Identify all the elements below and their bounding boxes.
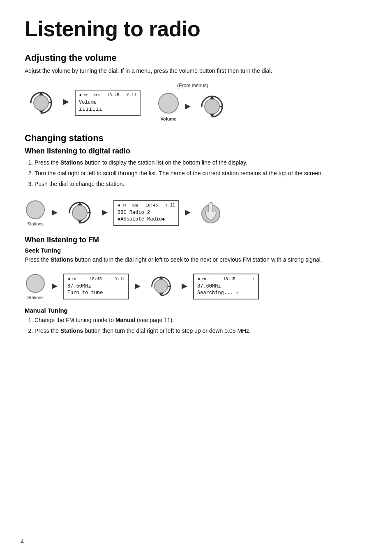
svg-point-4 — [159, 93, 178, 113]
volume-button-icon — [157, 92, 180, 115]
arrow-right-3 — [50, 208, 59, 217]
digital-step-1: Press the Stations button to display the… — [35, 158, 367, 168]
arrow-right-2 — [183, 102, 192, 111]
subsection-digital-radio: When listening to digital radio Press th… — [25, 147, 367, 229]
stations-button-item-digital: Stations — [25, 199, 46, 226]
heading-adjusting-volume: Adjusting the volume — [25, 53, 367, 63]
section-changing-stations: Changing stations When listening to digi… — [25, 133, 367, 336]
svg-marker-19 — [135, 283, 141, 289]
push-dial-icon — [196, 198, 225, 227]
svg-point-22 — [154, 280, 168, 293]
heading-seek-tuning: Seek Tuning — [25, 247, 367, 254]
stations-label-fm: Stations — [27, 295, 44, 300]
arrow-right-6 — [50, 282, 59, 291]
page-title: Listening to radio — [25, 16, 367, 41]
digital-step-2: Turn the dial right or left to scroll th… — [35, 169, 367, 179]
fm-screen2-time: 18:45 — [223, 276, 235, 282]
subsection-manual-tuning: Manual Tuning Change the FM tuning mode … — [25, 307, 367, 336]
arrow-right-5 — [183, 208, 192, 217]
body-adjusting-volume: Adjust the volume by turning the dial. I… — [25, 67, 367, 75]
digital-steps-list: Press the Stations button to display the… — [35, 158, 367, 189]
fm-screen2: ◄ FM 18:45 ↑ 87.60MHz Searching... › — [193, 274, 259, 300]
rotating-dial-icon-3 — [63, 196, 96, 229]
rotating-dial-icon-2 — [196, 90, 228, 123]
fm-screen2-line1: 87.60MHz — [197, 283, 255, 290]
stations-button-icon-digital — [25, 199, 46, 220]
screen-line2: iiiiiii — [79, 106, 136, 113]
svg-point-13 — [72, 205, 87, 220]
stations-label-digital: Stations — [27, 221, 44, 226]
fm-screen2-top-left: ◄ FM — [197, 276, 206, 282]
subsection-seek-tuning: Seek Tuning Press the Stations button an… — [25, 247, 367, 301]
svg-marker-5 — [185, 104, 191, 109]
screen-line1: Volume — [79, 99, 136, 106]
bbc-radio-screen: ◄ ST DAB 18:45 Y.ll BBC Radio 2 ◆Absolut… — [113, 200, 179, 226]
screen-top-left: ◄ ST DAB — [79, 93, 99, 98]
screen-top-left-2: ◄ ST DAB — [118, 203, 138, 209]
stations-button-icon-fm — [25, 273, 46, 294]
manual-step-2: Press the Stations button then turn the … — [35, 326, 367, 336]
screen-time: 18:45 — [107, 93, 119, 98]
svg-marker-14 — [102, 210, 108, 216]
fm-screen2-line2: Searching... › — [197, 290, 255, 297]
arrow-right-1 — [62, 97, 71, 108]
fm-screen1: ◄ FM 18:45 Y.ll 87.50MHz Turn to tune — [63, 274, 129, 300]
fm-screen1-line2: Turn to tune — [67, 290, 125, 297]
heading-digital-radio: When listening to digital radio — [25, 147, 367, 155]
volume-screen: ◄ ST DAB 18:45 Y.ll Volume iiiiiii — [75, 90, 141, 116]
svg-point-17 — [26, 274, 44, 292]
heading-changing-stations: Changing stations — [25, 133, 367, 144]
stations-button-item-fm: Stations — [25, 273, 46, 300]
svg-marker-23 — [182, 283, 187, 289]
dial-rotate-item — [25, 86, 58, 119]
fm-screen1-top-left: ◄ FM — [67, 276, 76, 282]
manual-steps-list: Change the FM tuning mode to Manual (see… — [35, 316, 367, 336]
digital-step-3: Push the dial to change the station. — [35, 179, 367, 189]
fm-screen1-time: 18:45 — [90, 276, 102, 282]
volume-button-label: Volume — [161, 116, 177, 121]
rotating-dial-icon — [25, 86, 58, 119]
page-number: 4 — [21, 538, 24, 545]
svg-point-8 — [205, 99, 219, 114]
from-menus-label: (From menus) — [177, 83, 208, 88]
screen-bbc-line2: ◆Absolute Radio◆ — [118, 216, 175, 223]
heading-fm: When listening to FM — [25, 236, 367, 244]
arrow-right-8 — [180, 282, 189, 291]
svg-marker-18 — [52, 283, 58, 289]
screen-signal: Y.ll — [127, 93, 136, 98]
svg-marker-10 — [52, 210, 58, 216]
arrow-right-7 — [133, 282, 142, 291]
rotating-dial-icon-4 — [146, 272, 176, 301]
svg-marker-3 — [63, 99, 69, 105]
svg-marker-15 — [185, 210, 191, 216]
fm-screen1-signal: Y.ll — [115, 276, 125, 282]
svg-point-9 — [26, 201, 44, 219]
manual-step-1: Change the FM tuning mode to Manual (see… — [35, 316, 367, 325]
section-adjusting-volume: Adjusting the volume Adjust the volume b… — [25, 53, 367, 123]
volume-diagram-row: ◄ ST DAB 18:45 Y.ll Volume iiiiiii (From… — [25, 83, 367, 123]
screen-bbc-line1: BBC Radio 2 — [118, 209, 175, 216]
svg-point-2 — [34, 95, 48, 110]
heading-manual-tuning: Manual Tuning — [25, 307, 367, 314]
from-menus-section: (From menus) Volume — [157, 83, 228, 123]
screen-time-2: 18:45 — [145, 203, 158, 209]
arrow-right-4 — [100, 208, 109, 217]
fm-screen2-signal: ↑ — [252, 276, 255, 282]
fm-screen1-line1: 87.50MHz — [67, 283, 125, 290]
body-seek-tuning: Press the Stations button and turn the d… — [25, 255, 367, 264]
seek-tuning-diagram-row: Stations ◄ FM 18:45 Y.ll 87.50MHz Turn t… — [25, 272, 367, 301]
digital-diagram-row: Stations ◄ ST DAB 18:45 Y.ll — [25, 196, 367, 229]
screen-signal-2: Y.ll — [165, 203, 175, 209]
subsection-fm: When listening to FM Seek Tuning Press t… — [25, 236, 367, 336]
